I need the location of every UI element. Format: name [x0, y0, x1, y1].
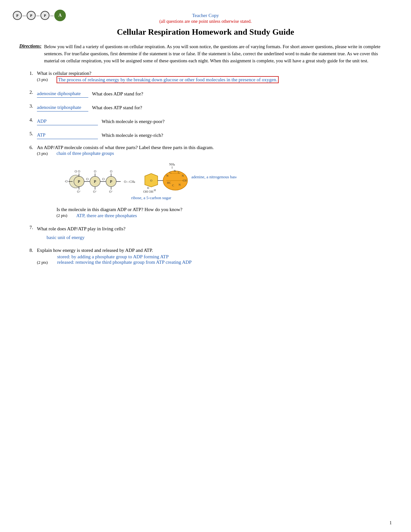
- q3-content: adenosine triphosphate What does ATP sta…: [37, 103, 392, 111]
- q5-text: Which molecule is energy-rich?: [101, 133, 163, 138]
- q1-text: What is cellular respiration?: [37, 71, 392, 76]
- q8-number: 8.: [19, 248, 37, 265]
- svg-text:O⁻: O⁻: [77, 190, 81, 193]
- question-7: 7. What role does ADP/ATP play in living…: [19, 225, 392, 241]
- q1-answer-text: The process of releasing energy by the b…: [57, 76, 279, 83]
- q4-number: 4.: [19, 117, 37, 123]
- q6-diagram-area: chain of three phosphate groups O O: [57, 151, 236, 218]
- q1-answer: The process of releasing energy by the b…: [57, 77, 279, 83]
- svg-text:O: O: [78, 170, 80, 173]
- question-5: 5. ATP Which molecule is energy-rich?: [19, 131, 392, 139]
- q6-number: 6.: [19, 145, 37, 218]
- q6-sub-pts: (2 pts): [57, 213, 67, 218]
- q2-answer-line: adenosine diphosphate: [37, 90, 88, 98]
- svg-text:O: O: [110, 170, 112, 173]
- q5-content: ATP Which molecule is energy-rich?: [37, 131, 392, 139]
- q8-answer-released: released: removing the third phosphate g…: [57, 260, 192, 265]
- svg-text:CH: CH: [183, 179, 187, 182]
- logo-area: P — P — P — A: [13, 10, 66, 21]
- q3-text: What does ATP stand for?: [92, 105, 142, 110]
- svg-text:H: H: [154, 189, 156, 192]
- svg-text:HC: HC: [167, 181, 171, 184]
- svg-text:O: O: [102, 177, 104, 181]
- phosphate-p2: P: [27, 11, 36, 20]
- question-8: 8. Explain how energy is stored and rele…: [19, 248, 392, 265]
- svg-text:C: C: [170, 171, 171, 174]
- phosphate-p3: P: [40, 11, 49, 20]
- q8-content: Explain how energy is stored and release…: [37, 248, 392, 265]
- q5-number: 5.: [19, 131, 37, 137]
- page-title: Cellular Respiration Homework and Study …: [19, 27, 392, 37]
- question-1: 1. What is cellular respiration? (3 pts)…: [19, 71, 392, 83]
- phosphate-p1: P: [13, 11, 22, 20]
- q7-answer-text: basic unit of energy: [47, 235, 84, 240]
- svg-text:N: N: [182, 174, 184, 177]
- svg-text:N: N: [166, 174, 169, 177]
- directions-label: Directions:: [19, 43, 41, 64]
- q8-answer-stored: stored: by adding a phosphate group to A…: [57, 254, 192, 260]
- q2-number: 2.: [19, 90, 37, 95]
- q1-content: What is cellular respiration? (3 pts) Th…: [37, 71, 392, 83]
- atp-molecule-diagram: O O ·O P: [57, 157, 236, 202]
- svg-text:·O: ·O: [65, 180, 68, 183]
- svg-text:C: C: [178, 171, 180, 174]
- question-2: 2. adenosine diphosphate What does ADP s…: [19, 90, 392, 98]
- q1-pts: (3 pts): [37, 77, 55, 82]
- svg-text:ribose, a 5-carbon sugar: ribose, a 5-carbon sugar: [131, 195, 172, 200]
- question-6: 6. An ADP/ATP molecule consists of what …: [19, 145, 392, 218]
- header: Teacher Copy (all questions are one poin…: [19, 13, 392, 24]
- svg-text:O: O: [94, 170, 96, 173]
- svg-text:N: N: [179, 183, 181, 186]
- svg-text:H: H: [147, 186, 149, 190]
- q4-answer-line: ADP: [37, 117, 98, 125]
- directions-block: Directions: Below you will find a variet…: [19, 43, 392, 64]
- q6-sub-question-text: Is the molecule in this diagram ADP or A…: [57, 207, 236, 212]
- svg-text:N: N: [174, 169, 176, 173]
- teacher-copy-label: Teacher Copy: [19, 13, 392, 18]
- svg-text:NH₂: NH₂: [169, 163, 175, 166]
- q7-content: What role does ADP/ATP play in living ce…: [37, 225, 392, 241]
- svg-text:P: P: [110, 179, 112, 184]
- adenine-circle: A: [54, 10, 66, 21]
- svg-text:O⁻: O⁻: [109, 190, 113, 193]
- svg-text:P: P: [94, 179, 96, 184]
- svg-text:adenine, a nitrogenous base: adenine, a nitrogenous base: [191, 174, 236, 179]
- q4-text: Which molecule is energy-poor?: [101, 119, 164, 124]
- q6-content: An ADP/ATP molecule consists of what thr…: [37, 145, 392, 218]
- svg-text:P: P: [78, 179, 80, 184]
- q2-text: What does ADP stand for?: [92, 91, 143, 96]
- q6-pts: (3 pts): [37, 151, 55, 156]
- svg-text:O: O: [150, 179, 153, 182]
- q6-sub-answer: ATP, there are three phosphates: [70, 213, 137, 218]
- q6-text: An ADP/ATP molecule consists of what thr…: [37, 145, 392, 150]
- q8-text: Explain how energy is stored and release…: [37, 248, 392, 253]
- question-3: 3. adenosine triphosphate What does ATP …: [19, 103, 392, 111]
- q3-answer-line: adenosine triphosphate: [37, 103, 88, 111]
- molecule-logo: P — P — P — A: [13, 10, 66, 21]
- q3-number: 3.: [19, 103, 37, 109]
- svg-text:OH  OH: OH OH: [143, 190, 153, 193]
- q7-number: 7.: [19, 225, 37, 230]
- question-4: 4. ADP Which molecule is energy-poor?: [19, 117, 392, 125]
- svg-text:C: C: [172, 184, 174, 187]
- page-number: 1: [389, 520, 392, 526]
- all-questions-label: (all questions are one point unless othe…: [19, 19, 392, 24]
- svg-text:O: O: [86, 177, 88, 181]
- svg-text:O⁻: O⁻: [93, 190, 97, 193]
- q7-answer: basic unit of energy: [37, 234, 392, 241]
- q4-content: ADP Which molecule is energy-poor?: [37, 117, 392, 125]
- q1-number: 1.: [19, 71, 37, 83]
- q2-content: adenosine diphosphate What does ADP stan…: [37, 90, 392, 98]
- q8-pts: (2 pts): [37, 254, 55, 265]
- svg-text:O: O: [74, 170, 77, 173]
- q8-answers: stored: by adding a phosphate group to A…: [57, 254, 192, 265]
- q7-text: What role does ADP/ATP play in living ce…: [37, 225, 392, 233]
- svg-text:O—CH₂: O—CH₂: [124, 180, 135, 183]
- directions-text: Below you will find a variety of questio…: [44, 43, 392, 64]
- q5-answer-line: ATP: [37, 131, 98, 139]
- chain-label: chain of three phosphate groups: [57, 151, 114, 156]
